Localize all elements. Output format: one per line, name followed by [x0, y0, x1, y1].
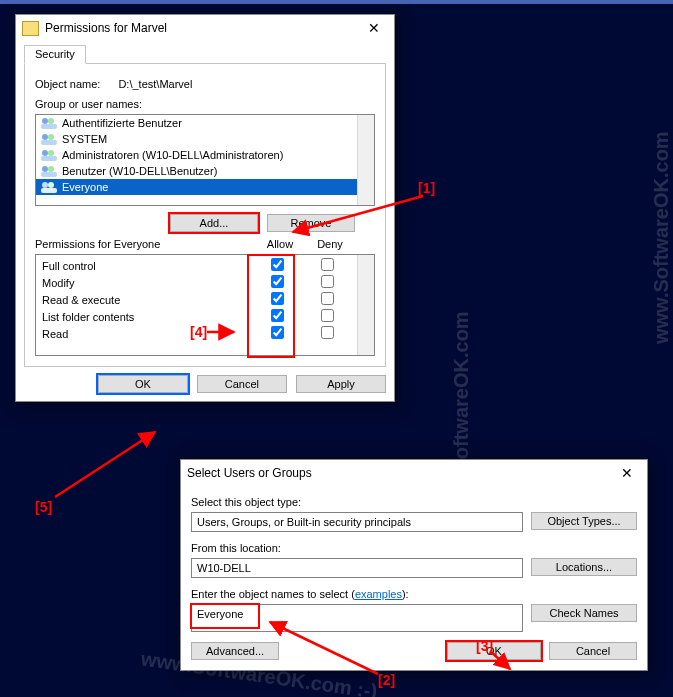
watermark: www.SoftwareOK.com :-) [650, 131, 673, 344]
deny-checkbox[interactable] [321, 275, 334, 288]
remove-button[interactable]: Remove [267, 214, 355, 232]
advanced-button[interactable]: Advanced... [191, 642, 279, 660]
svg-point-7 [48, 150, 54, 156]
window-title: Select Users or Groups [187, 466, 607, 480]
titlebar[interactable]: Permissions for Marvel ✕ [16, 15, 394, 41]
svg-point-0 [42, 118, 48, 124]
group-listbox[interactable]: Authentifizierte Benutzer SYSTEM Adminis… [35, 114, 375, 206]
tab-security[interactable]: Security [24, 45, 86, 64]
deny-checkbox[interactable] [321, 326, 334, 339]
svg-point-10 [48, 166, 54, 172]
users-icon [40, 132, 58, 146]
perm-row: Read & execute [36, 291, 358, 308]
window-title: Permissions for Marvel [45, 21, 354, 35]
allow-column-header: Allow [255, 238, 305, 250]
cancel-button[interactable]: Cancel [197, 375, 287, 393]
scrollbar[interactable] [357, 255, 374, 355]
svg-point-12 [42, 182, 48, 188]
users-icon [40, 116, 58, 130]
check-names-button[interactable]: Check Names [531, 604, 637, 622]
svg-line-16 [55, 432, 155, 497]
svg-rect-14 [41, 188, 57, 193]
object-type-field: Users, Groups, or Built-in security prin… [191, 512, 523, 532]
users-icon [40, 164, 58, 178]
folder-icon [22, 21, 39, 36]
list-item[interactable]: Benutzer (W10-DELL\Benutzer) [36, 163, 358, 179]
select-users-window: Select Users or Groups ✕ Select this obj… [180, 459, 648, 671]
perm-row: Modify [36, 274, 358, 291]
apply-button[interactable]: Apply [296, 375, 386, 393]
annotation-box [247, 254, 295, 358]
annotation-label: [2] [378, 672, 395, 688]
object-path: D:\_test\Marvel [118, 78, 192, 90]
svg-rect-5 [41, 140, 57, 145]
examples-link[interactable]: examples [355, 588, 402, 600]
users-icon [40, 180, 58, 194]
location-field: W10-DELL [191, 558, 523, 578]
object-names-label: Enter the object names to select (exampl… [191, 588, 637, 600]
list-item[interactable]: Administratoren (W10-DELL\Administratore… [36, 147, 358, 163]
deny-checkbox[interactable] [321, 309, 334, 322]
close-button[interactable]: ✕ [354, 15, 394, 41]
deny-checkbox[interactable] [321, 258, 334, 271]
location-label: From this location: [191, 542, 637, 554]
annotation-label: [1] [418, 180, 435, 196]
svg-point-13 [48, 182, 54, 188]
svg-rect-8 [41, 156, 57, 161]
svg-point-9 [42, 166, 48, 172]
svg-point-1 [48, 118, 54, 124]
list-item[interactable]: Everyone [36, 179, 358, 195]
deny-column-header: Deny [305, 238, 355, 250]
ok-button[interactable]: OK [447, 642, 541, 660]
svg-point-3 [42, 134, 48, 140]
add-button[interactable]: Add... [170, 214, 258, 232]
locations-button[interactable]: Locations... [531, 558, 637, 576]
users-icon [40, 148, 58, 162]
close-button[interactable]: ✕ [607, 460, 647, 486]
svg-rect-11 [41, 172, 57, 177]
scrollbar[interactable] [357, 115, 374, 205]
list-item[interactable]: Authentifizierte Benutzer [36, 115, 358, 131]
object-types-button[interactable]: Object Types... [531, 512, 637, 530]
svg-point-6 [42, 150, 48, 156]
annotation-label: [5] [35, 499, 52, 515]
annotation-label: [4] [190, 324, 207, 340]
list-item[interactable]: SYSTEM [36, 131, 358, 147]
object-type-label: Select this object type: [191, 496, 637, 508]
deny-checkbox[interactable] [321, 292, 334, 305]
group-list-label: Group or user names: [35, 98, 375, 110]
object-name-label: Object name: [35, 78, 100, 90]
svg-point-4 [48, 134, 54, 140]
ok-button[interactable]: OK [98, 375, 188, 393]
svg-rect-2 [41, 124, 57, 129]
permissions-grid: Full control Modify Read & execute [35, 254, 375, 356]
perm-row: Full control [36, 257, 358, 274]
permissions-header: Permissions for Everyone [35, 238, 255, 250]
annotation-label: [3] [476, 638, 493, 654]
permissions-window: Permissions for Marvel ✕ Security Object… [15, 14, 395, 402]
annotation-box [190, 603, 260, 629]
titlebar[interactable]: Select Users or Groups ✕ [181, 460, 647, 486]
perm-row: List folder contents [36, 308, 358, 325]
cancel-button[interactable]: Cancel [549, 642, 637, 660]
